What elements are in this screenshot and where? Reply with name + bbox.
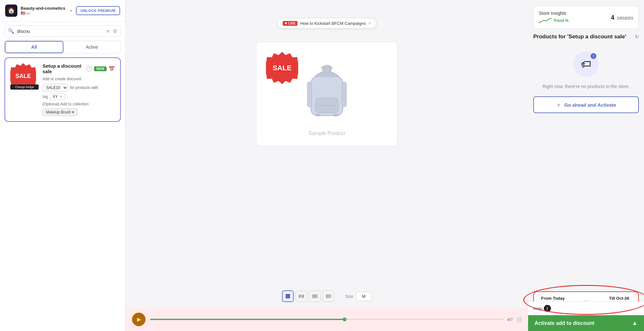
refresh-icon[interactable]: ↻ (635, 34, 639, 40)
products-panel: Products for 'Setup a discount sale' ↻ 🏷… (528, 29, 644, 331)
live-banner: LIVE How to Kickstart BFCM Campaigns × (277, 18, 376, 28)
products-title-text: Products for 'Setup a discount sale' (533, 34, 626, 40)
view-size-icons (282, 290, 334, 302)
expand-icon[interactable]: ⬜ (516, 317, 522, 322)
products-empty-icon: 🏷 ! (572, 50, 601, 79)
bottom-bar: ▶ 4/7 ⬜ (126, 308, 528, 331)
help-icon-circle[interactable]: i (544, 305, 551, 312)
svg-rect-1 (323, 67, 331, 73)
green-btn-bottom: Help i Activate add to discount ▲ (528, 301, 644, 331)
tag-value: XY (53, 94, 58, 99)
orders-count: 4 (611, 14, 614, 21)
svg-rect-12 (314, 294, 316, 298)
svg-rect-15 (327, 294, 328, 298)
campaign-card: SALE Change badge Setup a discount sale … (5, 57, 121, 122)
size-selector-row: Size M (282, 290, 372, 302)
collection-button[interactable]: Makeup Brush ▾ (43, 108, 78, 116)
tab-active[interactable]: Active (63, 41, 121, 53)
svg-rect-13 (316, 294, 317, 298)
tag-dot: . (67, 94, 68, 99)
change-badge-tooltip[interactable]: Change badge (10, 84, 39, 90)
plus-icon: ＋ (556, 101, 562, 109)
svg-rect-11 (312, 294, 314, 298)
tag-label: tag (43, 94, 48, 99)
trend-label: Trend % (554, 18, 569, 23)
help-row: Help i (528, 301, 644, 315)
svg-rect-9 (299, 295, 301, 298)
progress-bar-fill (150, 319, 345, 320)
empty-circle: 🏷 ! (573, 51, 599, 77)
tab-row: All Active (5, 41, 121, 54)
trend-row: Trend % (539, 17, 569, 24)
go-ahead-activate-button[interactable]: ＋ Go ahead and Activate (533, 96, 639, 113)
help-text: Help (533, 306, 542, 311)
help-question-icon[interactable]: ? (86, 66, 92, 72)
campaign-details: Setup a discount sale ? NEW 📅 Add or cre… (43, 63, 115, 116)
chevron-up-icon: ▲ (632, 320, 638, 326)
campaign-title-row: Setup a discount sale ? NEW 📅 (43, 63, 115, 74)
svg-rect-10 (302, 295, 304, 298)
size-view-3-icon[interactable] (309, 290, 321, 302)
product-illustration (291, 52, 362, 123)
svg-rect-8 (286, 294, 290, 298)
tag-chip-close-icon[interactable]: ✕ (59, 94, 62, 99)
sidebar-header: 🏠 Beauty-and-cosmetics 🇺🇸 en ▼ UNLOCK PR… (0, 0, 125, 22)
insights-block: Store Insights Trend % (539, 11, 569, 24)
size-text: Size (345, 294, 353, 299)
tag-row: tag XY ✕ . (43, 93, 115, 100)
search-clear-icon[interactable]: ✕ (106, 29, 110, 34)
campaign-desc: Add or create discount (43, 77, 115, 81)
tag-icon: 🏷 (581, 58, 591, 70)
svg-rect-16 (329, 294, 330, 298)
product-preview: SALE Sample Product (256, 42, 398, 146)
live-banner-text: How to Kickstart BFCM Campaigns (300, 21, 366, 26)
live-dot-icon (285, 22, 287, 24)
tab-all[interactable]: All (5, 41, 63, 53)
search-filter-icon[interactable]: ⚙ (113, 28, 117, 34)
size-view-2-icon[interactable] (296, 290, 307, 302)
discount-for-text: for products with (70, 85, 98, 90)
store-name: Beauty-and-cosmetics (21, 6, 66, 11)
search-bar: 🔍 ✕ ⚙ (5, 25, 121, 37)
campaign-title-icons: ? NEW 📅 (86, 66, 115, 72)
unlock-premium-button[interactable]: UNLOCK PREMIUM (76, 6, 120, 15)
svg-rect-17 (330, 294, 331, 298)
calendar-icon[interactable]: 📅 (109, 66, 115, 72)
progress-dot-icon (343, 317, 346, 321)
campaign-card-inner: SALE Change badge Setup a discount sale … (10, 63, 115, 116)
sale-badge-wrapper: SALE Change badge (10, 63, 39, 89)
progress-count: 4/7 (507, 317, 513, 322)
chevron-down-icon: ▾ (72, 110, 74, 114)
progress-bar-track (150, 319, 504, 320)
new-badge: NEW (94, 66, 107, 71)
progress-container: 4/7 ⬜ (150, 317, 522, 322)
orders-block: 4 ORDERS (611, 14, 633, 21)
tag-chip: XY ✕ (50, 93, 65, 100)
size-view-4-icon[interactable] (323, 290, 334, 302)
home-icon[interactable]: 🏠 (5, 5, 17, 17)
main-content: LIVE How to Kickstart BFCM Campaigns × S… (126, 0, 528, 331)
activate-add-to-discount-button[interactable]: Activate add to discount ▲ (528, 315, 644, 331)
search-icon: 🔍 (8, 28, 14, 34)
avatar: ▶ (132, 313, 146, 326)
flag-icon: 🇺🇸 (21, 11, 25, 15)
date-from-label: From Today (540, 296, 566, 301)
live-pill: LIVE (283, 21, 298, 26)
empty-state-text: Right now, there're no products in the s… (533, 83, 639, 90)
dropdown-arrow-icon[interactable]: ▼ (70, 9, 73, 13)
date-to-label: Till Oct-26 (606, 296, 632, 301)
play-icon[interactable]: ▶ (132, 313, 146, 326)
svg-point-6 (316, 113, 320, 116)
notification-dot: ! (591, 53, 596, 59)
svg-rect-5 (342, 82, 346, 107)
products-title-row: Products for 'Setup a discount sale' ↻ (533, 34, 639, 40)
discount-code-select[interactable]: SALE10 (43, 84, 68, 92)
campaign-title: Setup a discount sale (43, 63, 84, 74)
live-banner-close-icon[interactable]: × (368, 21, 371, 26)
size-value-box[interactable]: M (356, 292, 372, 301)
search-input[interactable] (17, 29, 104, 34)
store-lang: 🇺🇸 en (21, 11, 66, 15)
store-insights-card: Store Insights Trend % 4 ORDERS (533, 6, 639, 29)
size-view-1-icon[interactable] (282, 290, 294, 302)
product-label: Sample Product (308, 131, 345, 136)
